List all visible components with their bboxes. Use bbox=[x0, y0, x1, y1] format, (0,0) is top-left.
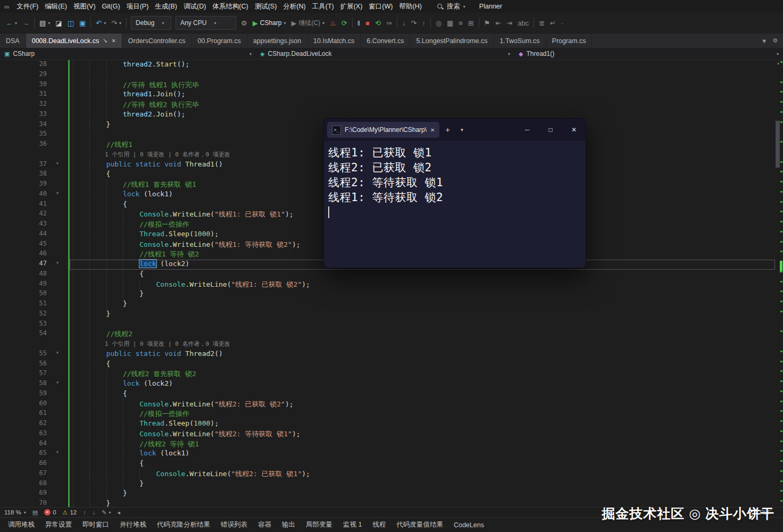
code-line[interactable]: lock (lock1) bbox=[70, 449, 775, 459]
navigate-forward-button[interactable]: → bbox=[20, 18, 32, 29]
code-line[interactable]: thread1.Join(); bbox=[70, 90, 775, 100]
close-icon[interactable]: ✕ bbox=[562, 126, 586, 134]
panel-tab[interactable]: 错误列表 bbox=[216, 518, 252, 531]
fold-chevron-icon[interactable]: ▾ bbox=[47, 350, 68, 360]
minimize-icon[interactable]: ─ bbox=[515, 126, 539, 134]
next-issue-icon[interactable]: ↓ bbox=[93, 509, 96, 516]
code-line[interactable] bbox=[70, 70, 775, 80]
terminal-window[interactable]: >_ F:\Code\My\Planner\CSharp\ ✕ + ▾ ─ □ … bbox=[323, 118, 586, 268]
panel-tab[interactable]: 局部变量 bbox=[301, 518, 337, 531]
menu-item[interactable]: Git(G) bbox=[99, 1, 123, 12]
new-tab-icon[interactable]: + bbox=[439, 126, 455, 134]
breadcrumb-seg-2[interactable]: ◈CSharp.DeadLiveLock▾ bbox=[256, 50, 514, 57]
code-line[interactable]: { bbox=[70, 389, 775, 400]
code-line[interactable]: } bbox=[70, 489, 775, 499]
code-cleanup-control[interactable]: ✎ ▾ bbox=[102, 509, 111, 516]
code-line[interactable] bbox=[70, 320, 775, 330]
bookmark-button[interactable]: ⚑ bbox=[481, 18, 493, 29]
tab-DSA[interactable]: DSA bbox=[0, 34, 26, 48]
prev-bookmark-button[interactable]: ⇤ bbox=[493, 18, 504, 29]
codelens-text[interactable]: 1 个引用 | 0 项更改 | 0 名作者，0 项更改 bbox=[73, 151, 230, 159]
new-file-button[interactable]: ▤▾ bbox=[37, 18, 53, 29]
configuration-select[interactable]: Debug▾ bbox=[131, 16, 171, 30]
code-line[interactable]: } bbox=[70, 499, 775, 507]
open-file-button[interactable]: ◪ bbox=[53, 18, 64, 29]
tab-1.TwoSum.cs[interactable]: 1.TwoSum.cs bbox=[494, 34, 546, 48]
step-out-button[interactable]: ↑ bbox=[419, 18, 428, 29]
code-line[interactable]: } bbox=[70, 300, 775, 310]
tab-Program.cs[interactable]: Program.cs bbox=[546, 34, 593, 48]
tab-00.Program.cs[interactable]: 00.Program.cs bbox=[191, 34, 247, 48]
breadcrumb-seg-1[interactable]: ▣CSharp▾ bbox=[0, 50, 256, 57]
restart-app-button[interactable]: ⟳ bbox=[339, 18, 350, 29]
panel-tab[interactable]: CodeLens bbox=[449, 519, 489, 531]
debug-target-gear[interactable]: ⚙ bbox=[238, 18, 250, 29]
spell-check-button[interactable]: abc bbox=[515, 18, 531, 29]
menu-item[interactable]: 工具(T) bbox=[309, 1, 337, 13]
code-line[interactable]: //线程2 bbox=[70, 329, 775, 339]
solution-explorer-button[interactable]: ▦ bbox=[444, 18, 456, 29]
panel-tab[interactable]: 代码度量值结果 bbox=[392, 518, 448, 531]
terminal-body[interactable]: 线程1: 已获取 锁1线程2: 已获取 锁2线程2: 等待获取 锁1线程1: 等… bbox=[324, 141, 586, 218]
fold-chevron-icon[interactable]: ▾ bbox=[47, 379, 68, 389]
menu-item[interactable]: 帮助(H) bbox=[396, 1, 424, 13]
tab-close-icon[interactable]: ✕ bbox=[430, 127, 435, 133]
panel-tab[interactable]: 并行堆栈 bbox=[115, 518, 151, 531]
code-line[interactable]: //线程2 等待 锁1 bbox=[70, 439, 775, 450]
pin-icon[interactable]: ⊸ bbox=[101, 37, 110, 45]
fold-chevron-icon[interactable]: ▾ bbox=[47, 260, 68, 270]
find-in-files-button[interactable]: ◎ bbox=[433, 18, 444, 29]
breadcrumb-seg-3[interactable]: ◆Thread1()▾ bbox=[514, 50, 783, 57]
collapse-margin-icon[interactable]: ◂ bbox=[118, 509, 121, 516]
navigate-back-button[interactable]: ←▾ bbox=[3, 18, 20, 29]
menu-item[interactable]: 生成(B) bbox=[152, 1, 180, 13]
stop-debug-button[interactable]: ■ bbox=[363, 18, 372, 29]
code-line[interactable]: Console.WriteLine("线程2: 已获取 锁2"); bbox=[70, 400, 775, 410]
step-over-button[interactable]: ↷ bbox=[408, 18, 419, 29]
menu-item[interactable]: 项目(P) bbox=[123, 1, 152, 13]
codelens-text[interactable]: 1 个引用 | 0 项更改 | 0 名作者，0 项更改 bbox=[73, 340, 230, 348]
panel-tab[interactable]: 代码克隆分析结果 bbox=[152, 518, 215, 531]
code-line[interactable]: Console.WriteLine("线程2: 等待获取 锁1"); bbox=[70, 429, 775, 439]
code-line[interactable]: 1 个引用 | 0 项更改 | 0 名作者，0 项更改 bbox=[70, 339, 775, 350]
code-line[interactable]: lock (lock2) bbox=[70, 379, 775, 389]
menu-item[interactable]: 窗口(W) bbox=[365, 1, 396, 13]
show-next-statement-button[interactable]: ⇒ bbox=[384, 18, 395, 29]
editor-scrollbar[interactable]: ▴ bbox=[775, 60, 783, 507]
code-line[interactable]: } bbox=[70, 310, 775, 320]
hot-reload-button[interactable]: ♨ bbox=[327, 18, 339, 29]
menu-item[interactable]: 体系结构(C) bbox=[209, 1, 251, 13]
code-line[interactable]: //等待 线程2 执行完毕 bbox=[70, 100, 775, 110]
tab-6.Convert.cs[interactable]: 6.Convert.cs bbox=[361, 34, 410, 48]
panel-tab[interactable]: 异常设置 bbox=[40, 518, 77, 531]
code-line[interactable]: thread2.Start(); bbox=[70, 60, 775, 70]
toolbox-button[interactable]: ⊞ bbox=[465, 18, 477, 29]
zoom-control[interactable]: 118 % ▾ bbox=[4, 509, 26, 516]
start-debug-button[interactable]: ▶CSharp▾ bbox=[250, 17, 289, 29]
menu-item[interactable]: 测试(S) bbox=[252, 1, 280, 13]
panel-tab[interactable]: 线程 bbox=[368, 518, 390, 531]
panel-tab[interactable]: 容器 bbox=[253, 518, 276, 531]
tab-OrdersController.cs[interactable]: OrdersController.cs bbox=[122, 34, 192, 48]
whitespace-button[interactable]: · bbox=[559, 18, 566, 29]
scrollbar-thumb[interactable] bbox=[776, 121, 780, 168]
continue-button[interactable]: ▶继续(C)▾ bbox=[288, 16, 327, 30]
code-line[interactable]: } bbox=[70, 479, 775, 489]
platform-select[interactable]: Any CPU▾ bbox=[176, 16, 236, 30]
menu-item[interactable]: 扩展(X) bbox=[337, 1, 366, 13]
document-settings-icon[interactable]: ⚙ bbox=[772, 37, 778, 44]
document-health-icon[interactable]: ▤ bbox=[32, 509, 38, 516]
warning-indicator[interactable]: ⚠ 12 bbox=[63, 509, 77, 516]
properties-button[interactable]: ≡ bbox=[456, 18, 465, 29]
code-line[interactable]: { bbox=[70, 360, 775, 370]
menu-item[interactable]: 分析(N) bbox=[280, 1, 309, 13]
menu-item[interactable]: 文件(F) bbox=[13, 1, 41, 13]
code-line[interactable]: //线程2 首先获取 锁2 bbox=[70, 369, 775, 379]
code-line[interactable]: //模拟一些操作 bbox=[70, 409, 775, 419]
break-all-button[interactable]: ‖ bbox=[355, 18, 363, 29]
code-line[interactable]: Console.WriteLine("线程1: 已获取 锁2"); bbox=[70, 280, 775, 290]
step-into-button[interactable]: ↓ bbox=[399, 18, 409, 29]
tab-10.IsMatch.cs[interactable]: 10.IsMatch.cs bbox=[307, 34, 361, 48]
menu-item[interactable]: 调试(D) bbox=[180, 1, 209, 13]
code-line[interactable]: } bbox=[70, 289, 775, 300]
